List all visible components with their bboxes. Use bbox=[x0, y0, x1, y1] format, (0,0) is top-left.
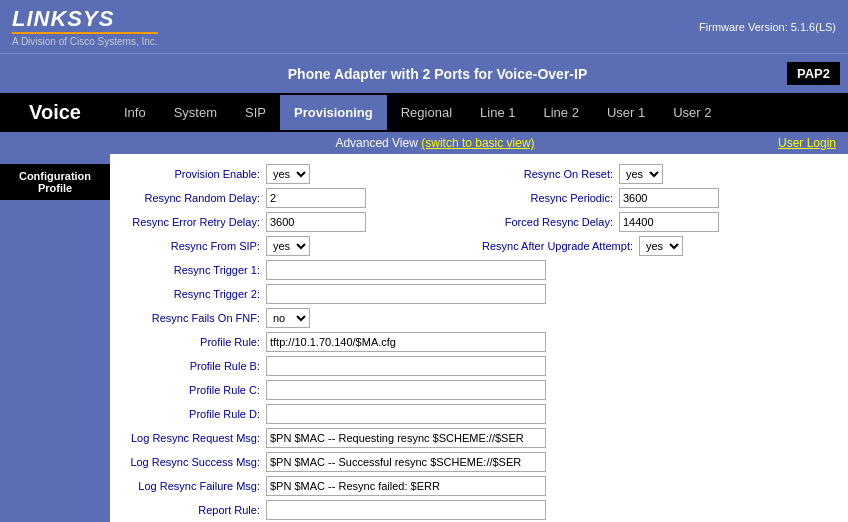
resync-periodic-input[interactable] bbox=[619, 188, 719, 208]
tab-user2[interactable]: User 2 bbox=[659, 95, 725, 130]
row-resync-error-retry: Resync Error Retry Delay: Forced Resync … bbox=[126, 212, 832, 232]
col-resync-error-retry-left: Resync Error Retry Delay: bbox=[126, 212, 479, 232]
log-resync-success-label: Log Resync Success Msg: bbox=[126, 456, 266, 468]
profile-rule-b-input[interactable] bbox=[266, 356, 546, 376]
tab-info[interactable]: Info bbox=[110, 95, 160, 130]
resync-periodic-label: Resync Periodic: bbox=[479, 192, 619, 204]
log-resync-req-label: Log Resync Request Msg: bbox=[126, 432, 266, 444]
tab-line2[interactable]: Line 2 bbox=[529, 95, 592, 130]
profile-rule-d-label: Profile Rule D: bbox=[126, 408, 266, 420]
col-log-resync-req: Log Resync Request Msg: bbox=[126, 428, 832, 448]
log-resync-req-input[interactable] bbox=[266, 428, 546, 448]
sub-nav-right: User Login bbox=[778, 136, 836, 150]
content-area: Provision Enable: yes no Resync On Reset… bbox=[110, 154, 848, 522]
row-log-resync-failure: Log Resync Failure Msg: bbox=[126, 476, 832, 496]
col-resync-trigger1: Resync Trigger 1: bbox=[126, 260, 832, 280]
header: LINKSYS A Division of Cisco Systems, Inc… bbox=[0, 0, 848, 53]
product-model: PAP2 bbox=[787, 62, 840, 85]
tab-provisioning[interactable]: Provisioning bbox=[280, 95, 387, 130]
col-resync-fails-fnf: Resync Fails On FNF: no yes bbox=[126, 308, 832, 328]
resync-from-sip-select[interactable]: yes no bbox=[266, 236, 310, 256]
log-resync-failure-input[interactable] bbox=[266, 476, 546, 496]
tab-system[interactable]: System bbox=[160, 95, 231, 130]
firmware-version: Firmware Version: 5.1.6(LS) bbox=[699, 21, 836, 33]
resync-error-retry-delay-label: Resync Error Retry Delay: bbox=[126, 216, 266, 228]
resync-random-delay-label: Resync Random Delay: bbox=[126, 192, 266, 204]
resync-trigger2-input[interactable] bbox=[266, 284, 546, 304]
forced-resync-delay-input[interactable] bbox=[619, 212, 719, 232]
row-log-resync-req: Log Resync Request Msg: bbox=[126, 428, 832, 448]
col-profile-rule-d: Profile Rule D: bbox=[126, 404, 832, 424]
col-log-resync-success: Log Resync Success Msg: bbox=[126, 452, 832, 472]
col-resync-periodic-right: Resync Periodic: bbox=[479, 188, 832, 208]
tab-line1[interactable]: Line 1 bbox=[466, 95, 529, 130]
voice-label: Voice bbox=[0, 93, 110, 132]
resync-on-reset-label: Resync On Reset: bbox=[479, 168, 619, 180]
report-rule-label: Report Rule: bbox=[126, 504, 266, 516]
sub-nav-center: Advanced View (switch to basic view) bbox=[92, 136, 778, 150]
row-provision-enable: Provision Enable: yes no Resync On Reset… bbox=[126, 164, 832, 184]
resync-error-retry-delay-input[interactable] bbox=[266, 212, 366, 232]
main-layout: Configuration Profile Provision Enable: … bbox=[0, 154, 848, 522]
col-resync-on-reset-right: Resync On Reset: yes no bbox=[479, 164, 832, 184]
tab-sip[interactable]: SIP bbox=[231, 95, 280, 130]
switch-view-link[interactable]: (switch to basic view) bbox=[421, 136, 534, 150]
resync-trigger1-label: Resync Trigger 1: bbox=[126, 264, 266, 276]
row-profile-rule: Profile Rule: bbox=[126, 332, 832, 352]
log-resync-success-input[interactable] bbox=[266, 452, 546, 472]
logo-sub: A Division of Cisco Systems, Inc. bbox=[12, 36, 158, 47]
resync-after-upgrade-select[interactable]: yes no bbox=[639, 236, 683, 256]
user-login-link[interactable]: User Login bbox=[778, 136, 836, 150]
col-resync-trigger2: Resync Trigger 2: bbox=[126, 284, 832, 304]
resync-from-sip-label: Resync From SIP: bbox=[126, 240, 266, 252]
provision-enable-select[interactable]: yes no bbox=[266, 164, 310, 184]
log-resync-failure-label: Log Resync Failure Msg: bbox=[126, 480, 266, 492]
profile-rule-c-label: Profile Rule C: bbox=[126, 384, 266, 396]
row-profile-rule-c: Profile Rule C: bbox=[126, 380, 832, 400]
col-profile-rule: Profile Rule: bbox=[126, 332, 832, 352]
view-text: Advanced View bbox=[335, 136, 418, 150]
row-resync-trigger1: Resync Trigger 1: bbox=[126, 260, 832, 280]
nav-tabs: Info System SIP Provisioning Regional Li… bbox=[110, 95, 848, 130]
logo-underline bbox=[12, 32, 158, 34]
col-profile-rule-b: Profile Rule B: bbox=[126, 356, 832, 376]
profile-rule-c-input[interactable] bbox=[266, 380, 546, 400]
resync-random-delay-input[interactable] bbox=[266, 188, 366, 208]
profile-rule-input[interactable] bbox=[266, 332, 546, 352]
profile-rule-b-label: Profile Rule B: bbox=[126, 360, 266, 372]
product-title: Phone Adapter with 2 Ports for Voice-Ove… bbox=[88, 66, 787, 82]
profile-rule-label: Profile Rule: bbox=[126, 336, 266, 348]
col-forced-resync-delay-right: Forced Resync Delay: bbox=[479, 212, 832, 232]
sidebar: Configuration Profile bbox=[0, 154, 110, 522]
sub-nav: Advanced View (switch to basic view) Use… bbox=[0, 132, 848, 154]
col-log-resync-failure: Log Resync Failure Msg: bbox=[126, 476, 832, 496]
provision-enable-label: Provision Enable: bbox=[126, 168, 266, 180]
row-resync-from-sip: Resync From SIP: yes no Resync After Upg… bbox=[126, 236, 832, 256]
tab-user1[interactable]: User 1 bbox=[593, 95, 659, 130]
resync-trigger1-input[interactable] bbox=[266, 260, 546, 280]
resync-trigger2-label: Resync Trigger 2: bbox=[126, 288, 266, 300]
resync-after-upgrade-label: Resync After Upgrade Attempt: bbox=[479, 240, 639, 252]
forced-resync-delay-label: Forced Resync Delay: bbox=[479, 216, 619, 228]
col-resync-random-delay-left: Resync Random Delay: bbox=[126, 188, 479, 208]
report-rule-input[interactable] bbox=[266, 500, 546, 520]
col-resync-from-sip-left: Resync From SIP: yes no bbox=[126, 236, 479, 256]
col-report-rule: Report Rule: bbox=[126, 500, 832, 520]
col-resync-after-upgrade-right: Resync After Upgrade Attempt: yes no bbox=[479, 236, 832, 256]
row-resync-random-delay: Resync Random Delay: Resync Periodic: bbox=[126, 188, 832, 208]
profile-rule-d-input[interactable] bbox=[266, 404, 546, 424]
product-bar: Phone Adapter with 2 Ports for Voice-Ove… bbox=[0, 53, 848, 93]
nav-area: Voice Info System SIP Provisioning Regio… bbox=[0, 93, 848, 132]
resync-fails-on-fnf-label: Resync Fails On FNF: bbox=[126, 312, 266, 324]
col-provision-enable-left: Provision Enable: yes no bbox=[126, 164, 479, 184]
resync-fails-on-fnf-select[interactable]: no yes bbox=[266, 308, 310, 328]
row-profile-rule-b: Profile Rule B: bbox=[126, 356, 832, 376]
sidebar-title: Configuration Profile bbox=[0, 164, 110, 200]
logo-area: LINKSYS A Division of Cisco Systems, Inc… bbox=[12, 6, 158, 47]
resync-on-reset-select[interactable]: yes no bbox=[619, 164, 663, 184]
row-resync-fails-fnf: Resync Fails On FNF: no yes bbox=[126, 308, 832, 328]
tab-regional[interactable]: Regional bbox=[387, 95, 466, 130]
row-report-rule: Report Rule: bbox=[126, 500, 832, 520]
col-profile-rule-c: Profile Rule C: bbox=[126, 380, 832, 400]
logo-text: LINKSYS bbox=[12, 6, 158, 32]
